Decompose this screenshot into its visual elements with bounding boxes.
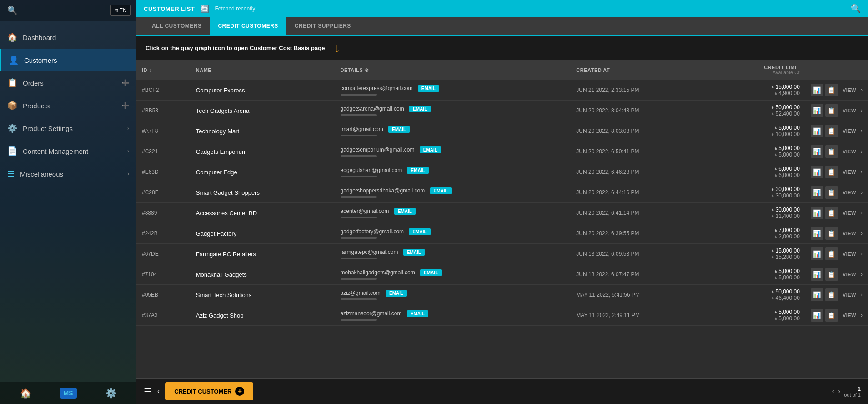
refresh-icon[interactable]: 🔄 — [200, 5, 209, 13]
sidebar-item-product-settings[interactable]: ⚙️ Product Settings › — [0, 117, 136, 140]
document-icon-button[interactable]: 📋 — [825, 145, 838, 158]
view-button[interactable]: VIEW — [840, 167, 859, 177]
row-credit: ৳ 5,000.00 ৳ 5,000.00 — [715, 305, 805, 326]
view-button[interactable]: VIEW — [840, 290, 859, 299]
view-button[interactable]: VIEW — [840, 126, 859, 136]
misc-icon: ☰ — [7, 169, 15, 179]
sidebar-item-miscellaneous[interactable]: ☰ Miscellaneous › — [0, 162, 136, 185]
view-button[interactable]: VIEW — [840, 188, 859, 197]
view-button[interactable]: VIEW — [840, 270, 859, 279]
table-row: #7104 Mohakhali Gadgets mohakhaligadgets… — [136, 264, 868, 285]
sidebar-item-content-management[interactable]: 📄 Content Management › — [0, 140, 136, 162]
view-button[interactable]: VIEW — [840, 229, 859, 238]
chevron-right-icon: › — [861, 271, 863, 278]
sidebar-item-customers[interactable]: 👤 Customers — [0, 49, 136, 71]
graph-icon-button[interactable]: 📊 — [811, 104, 823, 117]
table-row: #BB53 Tech Gadgets Arena gadgetsarena@gm… — [136, 101, 868, 121]
row-details: azizmansoor@gmail.com EMAIL — [335, 305, 571, 326]
next-page-button[interactable]: › — [838, 387, 840, 395]
email-badge: EMAIL — [386, 290, 407, 297]
row-details: mohakhaligadgets@gmail.com EMAIL — [335, 264, 571, 285]
row-credit: ৳ 5,000.00 ৳ 10,000.00 — [715, 121, 805, 141]
document-icon-button[interactable]: 📋 — [825, 104, 838, 117]
view-button[interactable]: VIEW — [840, 106, 859, 115]
graph-icon-button[interactable]: 📊 — [811, 247, 823, 260]
back-button[interactable]: ‹ — [157, 387, 160, 395]
product-settings-icon: ⚙️ — [7, 123, 17, 133]
document-icon-button[interactable]: 📋 — [825, 268, 838, 281]
row-actions: 📊 📋 VIEW › — [805, 305, 868, 326]
graph-icon-button[interactable]: 📊 — [811, 207, 823, 219]
table-row: #C321 Gadgets Emporium gadgetsemporium@g… — [136, 141, 868, 162]
row-name: Aziz Gadget Shop — [191, 305, 335, 326]
row-name: Farmgate PC Retailers — [191, 244, 335, 264]
home-bottom-icon[interactable]: 🏠 — [20, 388, 31, 399]
document-icon-button[interactable]: 📋 — [825, 166, 838, 178]
row-credit: ৳ 50,000.00 ৳ 52,400.00 — [715, 101, 805, 121]
view-button[interactable]: VIEW — [840, 311, 859, 320]
sidebar-item-dashboard[interactable]: 🏠 Dashboard — [0, 26, 136, 49]
row-details: farmgatepc@gmail.com EMAIL — [335, 244, 571, 264]
row-date: MAY 11 2022, 5:41:56 PM — [571, 285, 715, 305]
row-credit: ৳ 30,000.00 ৳ 30,000.00 — [715, 182, 805, 203]
topbar-search-icon[interactable]: 🔍 — [851, 4, 861, 14]
row-credit: ৳ 30,000.00 ৳ 11,400.00 — [715, 203, 805, 223]
email-badge: EMAIL — [409, 228, 430, 235]
row-name: Accessories Center BD — [191, 203, 335, 223]
document-icon-button[interactable]: 📋 — [825, 125, 838, 137]
document-icon-button[interactable]: 📋 — [825, 288, 838, 301]
graph-icon-button[interactable]: 📊 — [811, 125, 823, 137]
graph-icon-button[interactable]: 📊 — [811, 166, 823, 178]
document-icon-button[interactable]: 📋 — [825, 207, 838, 219]
row-credit: ৳ 6,000.00 ৳ 6,000.00 — [715, 162, 805, 182]
row-credit: ৳ 5,000.00 ৳ 5,000.00 — [715, 264, 805, 285]
row-name: Tech Gadgets Arena — [191, 101, 335, 121]
row-name: Computer Express — [191, 80, 335, 101]
graph-icon-button[interactable]: 📊 — [811, 145, 823, 158]
chevron-right-icon: › — [861, 292, 863, 298]
tab-credit-suppliers[interactable]: CREDIT SUPPLIERS — [286, 17, 359, 36]
prev-page-button[interactable]: ‹ — [832, 387, 834, 395]
chevron-right-icon: › — [861, 210, 863, 216]
document-icon-button[interactable]: 📋 — [825, 84, 838, 96]
graph-icon-button[interactable]: 📊 — [811, 186, 823, 199]
sidebar-search-button[interactable]: 🔍 — [5, 4, 19, 17]
view-button[interactable]: VIEW — [840, 86, 859, 95]
row-credit: ৳ 15,000.00 ৳ 15,280.00 — [715, 244, 805, 264]
view-button[interactable]: VIEW — [840, 208, 859, 217]
view-button[interactable]: VIEW — [840, 249, 859, 258]
credit-customer-button[interactable]: CREDIT CUSTOMER + — [165, 382, 253, 400]
row-actions: 📊 📋 VIEW › — [805, 285, 868, 305]
row-id: #C28E — [136, 182, 191, 203]
sidebar-item-products[interactable]: 📦 Products ➕ — [0, 94, 136, 117]
tab-credit-customers[interactable]: CREDIT CUSTOMERS — [210, 17, 286, 36]
language-toggle[interactable]: বা EN — [110, 5, 131, 16]
ms-bottom-icon[interactable]: MS — [60, 388, 77, 399]
table-row: #8889 Accessories Center BD acenter@gmai… — [136, 203, 868, 223]
chevron-right-icon: › — [861, 169, 863, 175]
tooltip-text: Click on the gray graph icon to open Cus… — [146, 45, 325, 51]
sidebar-nav: 🏠 Dashboard 👤 Customers 📋 Orders ➕ 📦 Pro… — [0, 21, 136, 382]
tab-all-customers[interactable]: ALL CUSTOMERS — [144, 17, 210, 36]
row-id: #7104 — [136, 264, 191, 285]
document-icon-button[interactable]: 📋 — [825, 227, 838, 240]
row-date: JUN 13 2022, 6:09:53 PM — [571, 244, 715, 264]
graph-icon-button[interactable]: 📊 — [811, 288, 823, 301]
view-button[interactable]: VIEW — [840, 147, 859, 156]
graph-icon-button[interactable]: 📊 — [811, 309, 823, 322]
graph-icon-button[interactable]: 📊 — [811, 227, 823, 240]
sidebar-item-orders[interactable]: 📋 Orders ➕ — [0, 71, 136, 94]
graph-icon-button[interactable]: 📊 — [811, 84, 823, 96]
row-credit: ৳ 5,000.00 ৳ 5,000.00 — [715, 141, 805, 162]
graph-icon-button[interactable]: 📊 — [811, 268, 823, 281]
hamburger-button[interactable]: ☰ — [144, 386, 152, 397]
document-icon-button[interactable]: 📋 — [825, 186, 838, 199]
table-row: #BCF2 Computer Express computerexpress@g… — [136, 80, 868, 101]
document-icon-button[interactable]: 📋 — [825, 309, 838, 322]
settings-bottom-icon[interactable]: ⚙️ — [105, 388, 117, 399]
document-icon-button[interactable]: 📋 — [825, 247, 838, 260]
col-header-name: NAME — [191, 60, 335, 80]
row-actions: 📊 📋 VIEW › — [805, 223, 868, 244]
email-badge: EMAIL — [420, 269, 442, 276]
row-actions: 📊 📋 VIEW › — [805, 244, 868, 264]
